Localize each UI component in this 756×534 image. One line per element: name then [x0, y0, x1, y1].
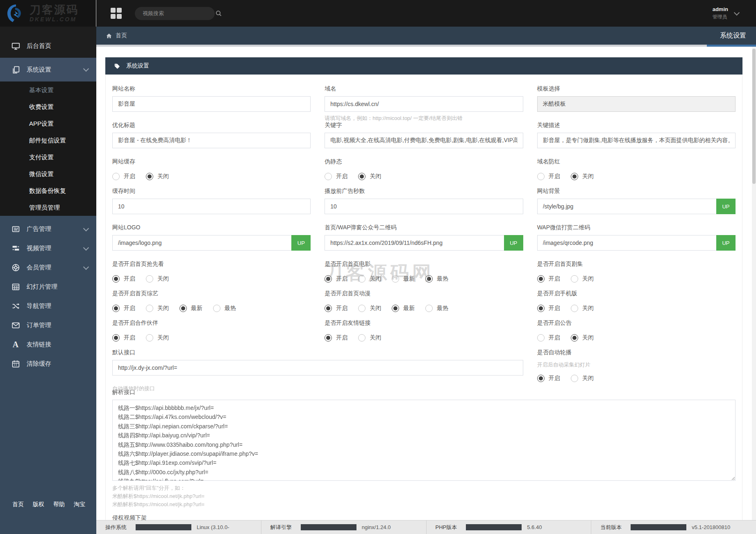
upload-button[interactable]: UP: [716, 235, 736, 251]
sidebar-item-navigation[interactable]: 导航管理: [0, 296, 96, 316]
radio-option-off[interactable]: 关闭: [358, 173, 381, 180]
radio-option-on[interactable]: 开启: [537, 375, 560, 382]
radio-option-off[interactable]: 关闭: [571, 305, 594, 312]
radio-option-off[interactable]: 关闭: [358, 275, 381, 283]
radio-option-off[interactable]: 关闭: [571, 334, 594, 342]
user-menu[interactable]: admin 管理员: [713, 6, 739, 20]
panel-title: 系统设置: [126, 62, 149, 70]
radio-option-on[interactable]: 开启: [112, 334, 135, 342]
radio-option-on[interactable]: 开启: [325, 275, 347, 283]
tab-system-settings[interactable]: 系统设置: [707, 27, 756, 45]
radio-option-on[interactable]: 开启: [325, 305, 347, 312]
template-select[interactable]: 米酷模板: [537, 96, 736, 112]
radio-option-on[interactable]: 开启: [537, 275, 560, 283]
status-value: v5.1-201800810: [692, 524, 730, 530]
footer-link-help[interactable]: 帮助: [53, 501, 65, 508]
upload-button[interactable]: UP: [716, 199, 736, 214]
radio-option-off[interactable]: 关闭: [358, 334, 381, 342]
domain-input[interactable]: [325, 96, 523, 112]
radio-option-off[interactable]: 关闭: [146, 334, 169, 342]
radio-label: 关闭: [157, 173, 169, 180]
radio-icon: [146, 334, 153, 342]
scrollbar-thumb[interactable]: [752, 49, 756, 184]
cache-time-input[interactable]: [112, 199, 311, 214]
radio-label: 最新: [403, 305, 415, 312]
radio-option-hottest[interactable]: 最热: [425, 275, 448, 283]
default-api-input[interactable]: [112, 360, 523, 376]
radio-label: 关闭: [582, 305, 594, 312]
logo-mark-icon: [5, 3, 26, 24]
field-label: 网站名称: [112, 85, 311, 93]
radio-option-hottest[interactable]: 最热: [213, 305, 236, 312]
ad-seconds-input[interactable]: [325, 199, 523, 214]
breadcrumb[interactable]: 首页: [106, 32, 127, 39]
video-search-input[interactable]: [142, 10, 216, 17]
status-cell-version: 当前版本 v5.1-201800810: [591, 520, 756, 534]
radio-option-newest[interactable]: 最新: [392, 275, 415, 283]
radio-label: 开启: [549, 334, 560, 342]
radio-option-on[interactable]: 开启: [537, 305, 560, 312]
submenu-item-admin-management[interactable]: 管理员管理: [0, 199, 96, 216]
radio-option-off[interactable]: 关闭: [571, 375, 594, 382]
sidebar-item-ads[interactable]: 广告管理: [0, 219, 96, 239]
submenu-item-fee-settings[interactable]: 收费设置: [0, 98, 96, 115]
radio-option-off[interactable]: 关闭: [571, 275, 594, 283]
sidebar-item-friend-links[interactable]: A 友情链接: [0, 335, 96, 354]
vertical-scrollbar[interactable]: [752, 47, 756, 520]
submenu-item-wechat-settings[interactable]: 微信设置: [0, 165, 96, 182]
apps-grid-icon[interactable]: [111, 8, 122, 19]
sidebar-item-videos[interactable]: 视频管理: [0, 239, 96, 258]
submenu-item-backup-restore[interactable]: 数据备份恢复: [0, 182, 96, 199]
sidebar-item-dashboard[interactable]: 后台首页: [0, 34, 96, 58]
site-name-input[interactable]: [112, 96, 311, 112]
radio-option-on[interactable]: 开启: [112, 275, 135, 283]
radio-label: 最热: [437, 305, 448, 312]
wechat-qrcode-input[interactable]: [537, 235, 716, 251]
sidebar-item-slides[interactable]: 幻灯片管理: [0, 277, 96, 296]
upload-button[interactable]: UP: [291, 235, 311, 251]
upload-button[interactable]: UP: [504, 235, 523, 251]
radio-option-off[interactable]: 关闭: [146, 275, 169, 283]
radio-option-on[interactable]: 开启: [325, 334, 347, 342]
submenu-item-payment-settings[interactable]: 支付设置: [0, 149, 96, 165]
description-input[interactable]: [537, 133, 736, 148]
radio-option-off[interactable]: 关闭: [571, 173, 594, 180]
radio-option-on[interactable]: 开启: [112, 305, 135, 312]
keywords-input[interactable]: [325, 133, 523, 148]
radio-option-off[interactable]: 关闭: [358, 305, 381, 312]
field-label: 是否开启首页抢先看: [112, 260, 311, 268]
wap-qrcode-input[interactable]: [325, 235, 504, 251]
footer-link-copyright[interactable]: 版权: [33, 501, 44, 508]
radio-option-off[interactable]: 关闭: [146, 173, 169, 180]
footer-link-taobao[interactable]: 淘宝: [74, 501, 85, 508]
letter-a-icon: A: [11, 340, 20, 349]
seo-title-input[interactable]: [112, 133, 311, 148]
logo[interactable]: 刀客源码 DKEWL.COM: [0, 0, 96, 27]
radio-option-newest[interactable]: 最新: [392, 305, 415, 312]
radio-option-hottest[interactable]: 最热: [425, 305, 448, 312]
radio-option-newest[interactable]: 最新: [179, 305, 202, 312]
submenu-item-mail-sms-settings[interactable]: 邮件短信设置: [0, 132, 96, 149]
radio-option-on[interactable]: 开启: [325, 173, 347, 180]
sidebar-item-orders[interactable]: 订单管理: [0, 316, 96, 335]
sidebar-item-label: 订单管理: [27, 321, 88, 329]
radio-option-off[interactable]: 关闭: [146, 305, 169, 312]
submenu-item-basic-settings[interactable]: 基本设置: [0, 81, 96, 98]
radio-option-on[interactable]: 开启: [112, 173, 135, 180]
site-background-input[interactable]: [537, 199, 716, 214]
search-icon[interactable]: [216, 10, 222, 16]
sidebar-item-system-settings[interactable]: 系统设置: [0, 58, 96, 81]
radio-icon: [571, 334, 578, 342]
footer-link-home[interactable]: 首页: [12, 501, 24, 508]
site-logo-input[interactable]: [112, 235, 291, 251]
form-row: 网站LOGO UP 首页/WAP弹窗公众号二维码 UP: [112, 224, 736, 251]
sidebar-item-members[interactable]: 会员管理: [0, 258, 96, 277]
engine-progress-bar: [301, 524, 356, 530]
radio-option-on[interactable]: 开启: [537, 334, 560, 342]
submenu-item-app-settings[interactable]: APP设置: [0, 115, 96, 132]
radio-option-on[interactable]: 开启: [537, 173, 560, 180]
status-value: nginx/1.24.0: [362, 524, 391, 530]
parse-api-textarea[interactable]: 线路一$https://api.bbbbbb.me/jx/?url= 线路二$h…: [112, 400, 736, 481]
radio-icon: [146, 305, 153, 312]
sidebar-item-clear-cache[interactable]: 清除缓存: [0, 354, 96, 373]
